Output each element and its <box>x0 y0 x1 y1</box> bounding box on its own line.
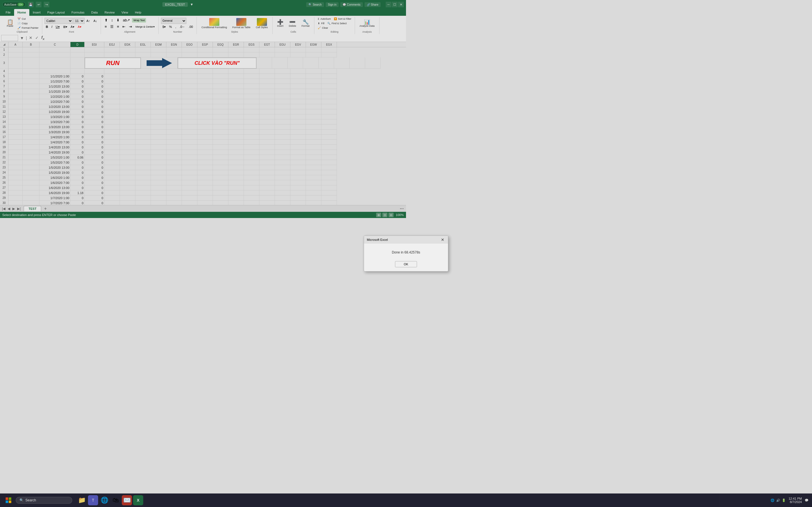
dialog-overlay: Microsoft Excel ✕ Done in 68.42578s OK <box>0 0 406 253</box>
dialog-title-bar: Microsoft Excel ✕ <box>364 236 406 244</box>
dialog-body: Done in 68.42578s <box>364 244 406 253</box>
dialog-message: Done in 68.42578s <box>370 250 406 253</box>
excel-dialog: Microsoft Excel ✕ Done in 68.42578s OK <box>364 235 406 253</box>
dialog-title: Microsoft Excel <box>367 238 388 241</box>
